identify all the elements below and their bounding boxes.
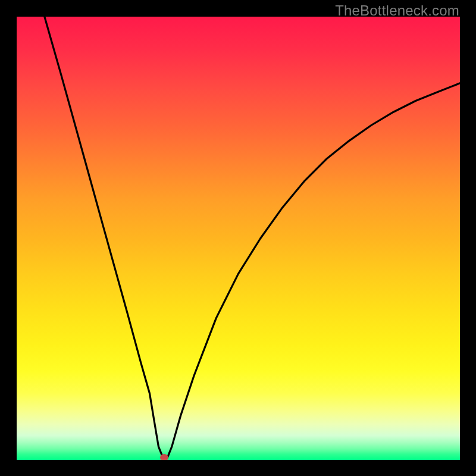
minimum-marker	[160, 454, 168, 460]
plot-area	[17, 17, 460, 460]
chart-frame: TheBottleneck.com	[0, 0, 476, 476]
watermark-text: TheBottleneck.com	[335, 2, 459, 19]
bottleneck-curve	[17, 17, 460, 460]
